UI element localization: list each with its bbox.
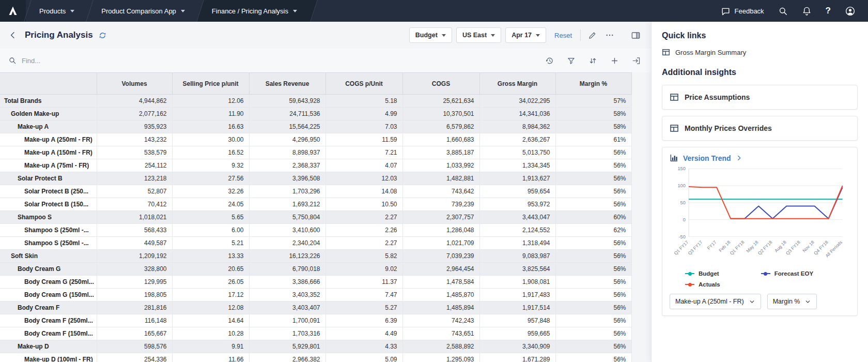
value-cell[interactable]: 1,209,192: [97, 250, 172, 263]
value-cell[interactable]: 9.32: [172, 159, 249, 172]
value-cell[interactable]: 4.99: [326, 108, 402, 120]
value-cell[interactable]: 198,805: [97, 289, 172, 301]
value-cell[interactable]: 2.26: [326, 224, 402, 237]
value-cell[interactable]: 3,825,564: [479, 263, 555, 276]
value-cell[interactable]: 9.02: [326, 263, 402, 276]
value-cell[interactable]: 4.07: [326, 159, 402, 172]
value-cell[interactable]: 3,403,407: [249, 301, 326, 314]
value-cell[interactable]: 959,654: [479, 185, 555, 198]
value-cell[interactable]: 7,039,239: [402, 250, 479, 263]
value-cell[interactable]: 959,665: [479, 327, 555, 340]
value-cell[interactable]: 27.56: [172, 172, 249, 185]
filter-icon[interactable]: [567, 56, 576, 65]
nav-tab-products[interactable]: Products: [26, 0, 88, 22]
value-cell[interactable]: 935,923: [97, 120, 172, 133]
value-cell[interactable]: 1,671,289: [479, 353, 555, 362]
user-avatar-icon[interactable]: [845, 6, 856, 17]
value-cell[interactable]: 34,022,295: [479, 95, 555, 108]
value-cell[interactable]: 16,123,226: [249, 250, 326, 263]
row-label-cell[interactable]: Shampoo S (250ml -...: [0, 237, 97, 250]
value-cell[interactable]: 1,700,091: [249, 314, 326, 327]
value-cell[interactable]: 598,576: [97, 340, 172, 353]
value-cell[interactable]: 1,334,345: [479, 159, 555, 172]
value-cell[interactable]: 1,485,870: [402, 289, 479, 301]
value-cell[interactable]: 6.39: [326, 314, 402, 327]
column-header[interactable]: Margin %: [555, 73, 631, 95]
value-cell[interactable]: 957,848: [479, 314, 555, 327]
value-cell[interactable]: 59,643,928: [249, 95, 326, 108]
value-cell[interactable]: 1,693,212: [249, 198, 326, 211]
value-cell[interactable]: 5.27: [326, 301, 402, 314]
value-cell[interactable]: 2.27: [326, 211, 402, 224]
value-cell[interactable]: 3,410,600: [249, 224, 326, 237]
row-label-cell[interactable]: Shampoo S (250ml -...: [0, 224, 97, 237]
value-cell[interactable]: 2,588,892: [402, 340, 479, 353]
value-cell[interactable]: 2,077,162: [97, 108, 172, 120]
value-cell[interactable]: 7.21: [326, 146, 402, 159]
value-cell[interactable]: 14.08: [326, 185, 402, 198]
value-cell[interactable]: 3,386,666: [249, 276, 326, 289]
value-cell[interactable]: 17.12: [172, 289, 249, 301]
value-cell[interactable]: 6.00: [172, 224, 249, 237]
value-cell[interactable]: 7.03: [326, 120, 402, 133]
value-cell[interactable]: 16.52: [172, 146, 249, 159]
value-cell[interactable]: 1,482,881: [402, 172, 479, 185]
value-cell[interactable]: 449,587: [97, 237, 172, 250]
value-cell[interactable]: 12.08: [172, 301, 249, 314]
value-cell[interactable]: 2,636,267: [479, 133, 555, 146]
row-label-cell[interactable]: Make-up A (150ml - FR): [0, 146, 97, 159]
column-header[interactable]: Gross Margin: [479, 73, 555, 95]
value-cell[interactable]: 4,296,950: [249, 133, 326, 146]
value-cell[interactable]: 12.03: [326, 172, 402, 185]
row-label-cell[interactable]: Body Cream G (250ml...: [0, 276, 97, 289]
column-header[interactable]: Volumes: [97, 73, 172, 95]
value-cell[interactable]: 2.27: [326, 237, 402, 250]
version-trend-link[interactable]: Version Trend: [670, 154, 850, 162]
value-cell[interactable]: 20.65: [172, 263, 249, 276]
value-cell[interactable]: 24,711,536: [249, 108, 326, 120]
value-cell[interactable]: 58%: [555, 120, 631, 133]
value-cell[interactable]: 57%: [555, 95, 631, 108]
value-cell[interactable]: 5.18: [326, 95, 402, 108]
value-cell[interactable]: 9.91: [172, 340, 249, 353]
value-cell[interactable]: 1,018,021: [97, 211, 172, 224]
value-cell[interactable]: 1,703,296: [249, 185, 326, 198]
value-cell[interactable]: 56%: [555, 159, 631, 172]
row-label-cell[interactable]: Solar Protect B (150...: [0, 198, 97, 211]
insight-card-price-assumptions[interactable]: Price Assumptions: [662, 85, 858, 110]
row-label-cell[interactable]: Make-up D (100ml - FR): [0, 353, 97, 362]
value-cell[interactable]: 56%: [555, 327, 631, 340]
value-cell[interactable]: 4,944,862: [97, 95, 172, 108]
value-cell[interactable]: 56%: [555, 289, 631, 301]
value-cell[interactable]: 538,579: [97, 146, 172, 159]
period-dropdown[interactable]: Apr 17: [505, 27, 546, 43]
column-header[interactable]: COGS: [402, 73, 479, 95]
value-cell[interactable]: 739,239: [402, 198, 479, 211]
history-icon[interactable]: [545, 56, 554, 65]
value-cell[interactable]: 3,340,909: [479, 340, 555, 353]
value-cell[interactable]: 254,112: [97, 159, 172, 172]
row-label-cell[interactable]: Body Cream G (150ml...: [0, 289, 97, 301]
value-cell[interactable]: 32.26: [172, 185, 249, 198]
refresh-icon[interactable]: [98, 31, 107, 40]
export-icon[interactable]: [632, 56, 641, 65]
value-cell[interactable]: 56%: [555, 263, 631, 276]
row-label-cell[interactable]: Soft Skin: [0, 250, 97, 263]
value-cell[interactable]: 281,816: [97, 301, 172, 314]
value-cell[interactable]: 56%: [555, 276, 631, 289]
item-selector[interactable]: Make-up A (250ml - FR): [670, 294, 761, 309]
value-cell[interactable]: 1,917,483: [479, 289, 555, 301]
sort-icon[interactable]: [588, 56, 597, 65]
nav-tab-product-comparison-app[interactable]: Product Comparison App: [88, 0, 198, 22]
value-cell[interactable]: 743,642: [402, 185, 479, 198]
find-input[interactable]: [22, 57, 141, 65]
value-cell[interactable]: 328,800: [97, 263, 172, 276]
feedback-button[interactable]: Feedback: [721, 6, 764, 16]
value-cell[interactable]: 742,243: [402, 314, 479, 327]
row-label-cell[interactable]: Solar Protect B (250...: [0, 185, 97, 198]
value-cell[interactable]: 13.33: [172, 250, 249, 263]
value-cell[interactable]: 3,885,187: [402, 146, 479, 159]
value-cell[interactable]: 5,929,801: [249, 340, 326, 353]
row-label-cell[interactable]: Total Brands: [0, 95, 97, 108]
value-cell[interactable]: 143,232: [97, 133, 172, 146]
